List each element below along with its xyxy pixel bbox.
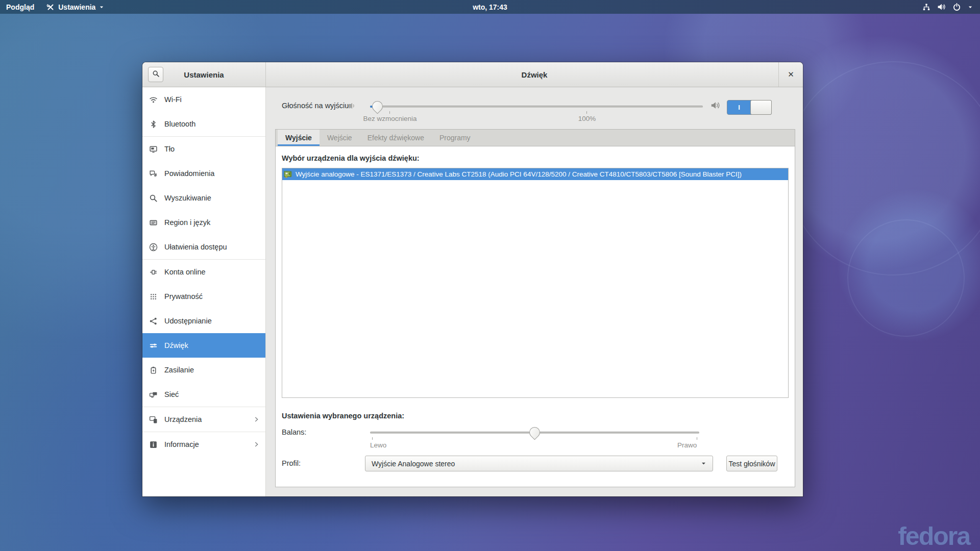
balance-right-mark: Prawo	[677, 441, 697, 449]
output-volume-label: Głośność na wyjściu:	[282, 102, 351, 110]
settings-sidebar: Wi-Fi Bluetooth Tło Powiadomienia Wyszuk…	[142, 87, 266, 496]
sidebar-item-search[interactable]: Wyszukiwanie	[142, 186, 265, 210]
sidebar-header: Ustawienia	[142, 62, 266, 87]
sidebar-item-label: Powiadomienia	[164, 169, 214, 178]
wifi-icon	[149, 95, 158, 104]
output-volume-switch[interactable]: I	[727, 100, 772, 115]
sidebar-item-label: Ułatwienia dostępu	[164, 243, 227, 251]
tab-sound-effects[interactable]: Efekty dźwiękowe	[360, 130, 432, 146]
switch-knob	[750, 100, 772, 115]
details-icon	[149, 440, 158, 449]
sidebar-item-label: Region i język	[164, 218, 210, 227]
profile-selected-value: Wyjście Analogowe stereo	[372, 460, 701, 468]
sidebar-item-label: Informacje	[164, 440, 199, 448]
settings-window: Ustawienia Dźwięk ✕ Wi-Fi Bluetooth Tło	[142, 62, 803, 496]
balance-label: Balans:	[282, 428, 306, 436]
slider-tick	[586, 111, 587, 114]
chevron-down-icon	[99, 5, 104, 10]
sidebar-item-wifi[interactable]: Wi-Fi	[142, 87, 265, 112]
switch-on-mark: I	[727, 101, 751, 114]
selected-device-settings-label: Ustawienia wybranego urządzenia:	[282, 412, 404, 420]
tab-bar: Wyjście Wejście Efekty dźwiękowe Program…	[276, 130, 795, 146]
sidebar-item-network[interactable]: Sieć	[142, 382, 265, 407]
sidebar-title: Ustawienia	[184, 70, 224, 79]
slider-tick	[389, 111, 390, 114]
balance-left-mark: Lewo	[370, 441, 386, 449]
sound-icon	[149, 341, 158, 350]
system-status-area[interactable]	[919, 0, 976, 14]
output-volume-slider[interactable]	[370, 106, 703, 108]
sidebar-item-label: Udostępnianie	[164, 317, 212, 325]
activities-label: Podgląd	[6, 3, 34, 11]
sidebar-item-online-accounts[interactable]: Konta online	[142, 260, 265, 284]
titlebar[interactable]: Dźwięk ✕	[266, 62, 803, 87]
volume-mark-100: 100%	[569, 115, 605, 122]
sidebar-item-sharing[interactable]: Udostępnianie	[142, 309, 265, 333]
tab-applications[interactable]: Programy	[432, 130, 478, 146]
region-language-icon	[149, 218, 158, 227]
sidebar-item-power[interactable]: Zasilanie	[142, 358, 265, 382]
tab-output[interactable]: Wyjście	[278, 130, 320, 146]
test-speakers-button[interactable]: Test głośników	[726, 456, 777, 471]
search-icon	[152, 70, 160, 79]
slider-tick	[697, 437, 697, 440]
search-icon	[149, 194, 158, 203]
sidebar-item-sound[interactable]: Dźwięk	[142, 333, 265, 358]
sidebar-item-details[interactable]: Informacje	[142, 432, 265, 457]
tab-input[interactable]: Wejście	[320, 130, 360, 146]
sidebar-item-region-language[interactable]: Region i język	[142, 210, 265, 235]
sidebar-item-background[interactable]: Tło	[142, 137, 265, 161]
settings-tools-icon	[46, 3, 55, 11]
sidebar-item-label: Zasilanie	[164, 366, 194, 374]
online-accounts-icon	[149, 268, 158, 277]
output-device-name: Wyjście analogowe - ES1371/ES1373 / Crea…	[296, 170, 742, 178]
sidebar-item-label: Tło	[164, 145, 175, 153]
accessibility-icon	[149, 243, 158, 252]
output-device-row-selected[interactable]: Wyjście analogowe - ES1371/ES1373 / Crea…	[282, 168, 788, 180]
sidebar-item-notifications[interactable]: Powiadomienia	[142, 161, 265, 186]
top-bar: Podgląd Ustawienia wto, 17:43	[0, 0, 980, 14]
volume-high-icon	[710, 101, 720, 112]
window-title: Dźwięk	[522, 70, 548, 79]
background-icon	[149, 145, 158, 154]
sidebar-item-label: Wi-Fi	[164, 95, 182, 104]
chevron-right-icon	[253, 441, 260, 448]
sidebar-item-label: Prywatność	[164, 292, 203, 300]
soundcard-icon	[284, 170, 292, 179]
bluetooth-icon	[149, 120, 158, 129]
close-icon: ✕	[788, 70, 794, 79]
privacy-icon	[149, 292, 158, 301]
sidebar-item-devices[interactable]: Urządzenia	[142, 407, 265, 432]
app-menu-button[interactable]: Ustawienia	[40, 0, 110, 14]
devices-icon	[149, 415, 158, 424]
sidebar-item-label: Wyszukiwanie	[164, 194, 211, 202]
sidebar-item-bluetooth[interactable]: Bluetooth	[142, 112, 265, 136]
close-button[interactable]: ✕	[778, 62, 803, 87]
sidebar-item-privacy[interactable]: Prywatność	[142, 284, 265, 309]
activities-button[interactable]: Podgląd	[0, 0, 40, 14]
profile-dropdown[interactable]: Wyjście Analogowe stereo	[365, 456, 713, 471]
device-choice-label: Wybór urządzenia dla wyjścia dźwięku:	[282, 154, 420, 162]
sharing-icon	[149, 317, 158, 325]
app-menu-label: Ustawienia	[58, 3, 95, 11]
sidebar-item-label: Dźwięk	[164, 341, 188, 349]
output-volume-handle[interactable]	[370, 99, 385, 114]
network-icon	[149, 390, 158, 399]
sound-panel: Głośność na wyjściu: Bez wzmocnienia 100…	[266, 87, 803, 496]
volume-icon	[937, 3, 946, 11]
output-device-list[interactable]: Wyjście analogowe - ES1371/ES1373 / Crea…	[282, 168, 789, 398]
sidebar-item-accessibility[interactable]: Ułatwienia dostępu	[142, 235, 265, 259]
chevron-down-icon	[701, 461, 706, 466]
window-header: Ustawienia Dźwięk ✕	[142, 62, 803, 87]
volume-low-icon	[348, 102, 356, 112]
sidebar-item-label: Sieć	[164, 390, 179, 398]
clock[interactable]: wto, 17:43	[0, 3, 980, 11]
sidebar-item-label: Konta online	[164, 268, 206, 276]
sidebar-item-label: Urządzenia	[164, 415, 202, 423]
notifications-icon	[149, 169, 158, 178]
wallpaper-circle	[847, 219, 965, 337]
slider-tick	[372, 437, 373, 440]
search-button[interactable]	[148, 67, 163, 82]
power-battery-icon	[149, 366, 158, 374]
fedora-logo: fedora	[898, 521, 970, 551]
